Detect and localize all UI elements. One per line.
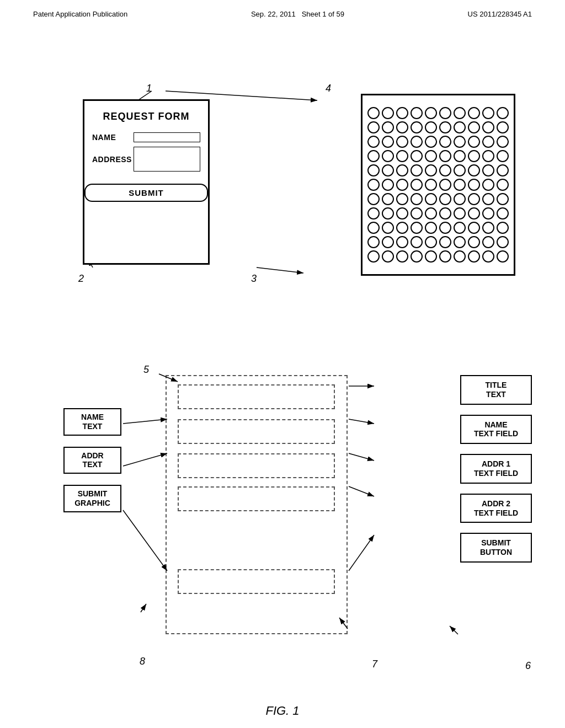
dot-cell: [468, 150, 480, 162]
dot-cell: [411, 121, 423, 133]
sub-dashed-submit: [178, 569, 335, 594]
bottom-diagram: 5 NAMETEXT ADDRTEXT SUBMITGRAPHIC TITLET…: [33, 364, 532, 684]
dot-cell: [482, 150, 494, 162]
dot-cell: [396, 236, 408, 248]
dot-cell: [439, 222, 451, 234]
dot-cell: [411, 250, 423, 263]
dot-cell: [482, 236, 494, 248]
dot-cell: [454, 150, 466, 162]
dot-cell: [396, 250, 408, 263]
dot-cell: [382, 250, 394, 263]
form-address-input: [134, 147, 200, 172]
header-center: Sep. 22, 2011 Sheet 1 of 59: [251, 10, 344, 18]
addr1-text-field-box: ADDR 1TEXT FIELD: [460, 454, 532, 484]
dot-cell: [497, 193, 509, 205]
dot-cell: [411, 236, 423, 248]
dot-cell: [497, 236, 509, 248]
header-sheet: Sheet 1 of 59: [302, 10, 344, 18]
dot-cell: [439, 250, 451, 263]
dot-cell: [411, 179, 423, 191]
form-title: REQUEST FORM: [84, 111, 208, 122]
dot-cell: [382, 107, 394, 119]
label-6: 6: [525, 660, 531, 672]
dot-cell: [367, 136, 380, 148]
dot-cell: [425, 179, 437, 191]
dot-cell: [411, 107, 423, 119]
submit-graphic-box: SUBMITGRAPHIC: [63, 485, 121, 512]
dot-cell: [468, 207, 480, 220]
dot-cell: [468, 164, 480, 176]
dot-cell: [468, 250, 480, 263]
dot-cell: [396, 164, 408, 176]
dot-cell: [454, 193, 466, 205]
dot-cell: [497, 179, 509, 191]
sub-dashed-name: [178, 419, 335, 444]
addr-text-box: ADDRTEXT: [63, 447, 121, 474]
bottom-left-boxes: NAMETEXT ADDRTEXT SUBMITGRAPHIC: [63, 408, 121, 523]
dot-cell: [367, 207, 380, 220]
dot-cell: [482, 207, 494, 220]
dot-cell: [497, 121, 509, 133]
form-name-label: NAME: [92, 133, 134, 142]
name-text-box: NAMETEXT: [63, 408, 121, 436]
label-4: 4: [326, 83, 331, 94]
dot-cell: [482, 250, 494, 263]
dot-cell: [482, 193, 494, 205]
dot-cell: [454, 207, 466, 220]
dot-cell: [411, 150, 423, 162]
dot-cell: [439, 179, 451, 191]
dot-cell: [482, 222, 494, 234]
svg-line-16: [141, 604, 146, 612]
dot-grid: [363, 103, 513, 267]
dot-cell: [497, 150, 509, 162]
dot-cell: [439, 150, 451, 162]
dot-cell: [396, 179, 408, 191]
header-left: Patent Application Publication: [33, 10, 127, 18]
dot-cell: [411, 136, 423, 148]
svg-line-14: [349, 535, 374, 571]
dot-cell: [367, 164, 380, 176]
svg-line-13: [349, 486, 374, 496]
dot-cell: [396, 107, 408, 119]
dot-cell: [425, 207, 437, 220]
dot-cell: [439, 207, 451, 220]
name-text-field-box: NAMETEXT FIELD: [460, 415, 532, 445]
dot-cell: [454, 121, 466, 133]
dot-cell: [454, 222, 466, 234]
dot-cell: [411, 193, 423, 205]
svg-line-11: [349, 419, 374, 424]
dot-cell: [482, 179, 494, 191]
dot-cell: [411, 207, 423, 220]
form-name-row: NAME: [92, 132, 200, 142]
dot-cell: [396, 121, 408, 133]
dot-cell: [497, 222, 509, 234]
dot-cell: [439, 164, 451, 176]
dot-cell: [468, 121, 480, 133]
dot-cell: [382, 193, 394, 205]
svg-line-17: [450, 626, 458, 634]
dot-cell: [468, 236, 480, 248]
dot-cell: [439, 193, 451, 205]
dot-cell: [497, 107, 509, 119]
dot-cell: [425, 121, 437, 133]
dot-cell: [497, 207, 509, 220]
dot-cell: [382, 207, 394, 220]
dot-cell: [367, 193, 380, 205]
dot-cell: [454, 236, 466, 248]
dot-cell: [482, 121, 494, 133]
dot-cell: [454, 164, 466, 176]
svg-line-9: [123, 510, 167, 571]
submit-button-box: SUBMITBUTTON: [460, 533, 532, 563]
form-submit-area: SUBMIT: [84, 184, 208, 202]
dot-cell: [439, 107, 451, 119]
dot-cell: [425, 250, 437, 263]
sub-dashed-addr1: [178, 453, 335, 478]
dot-cell: [425, 150, 437, 162]
form-address-label: ADDRESS: [92, 155, 134, 164]
form-address-row: ADDRESS: [92, 147, 200, 172]
bottom-right-boxes: TITLETEXT NAMETEXT FIELD ADDR 1TEXT FIEL…: [460, 375, 532, 572]
header-date: Sep. 22, 2011: [251, 10, 296, 18]
request-form-box: REQUEST FORM NAME ADDRESS SUBMIT: [83, 99, 210, 265]
addr2-text-field-box: ADDR 2TEXT FIELD: [460, 494, 532, 523]
dot-cell: [497, 136, 509, 148]
